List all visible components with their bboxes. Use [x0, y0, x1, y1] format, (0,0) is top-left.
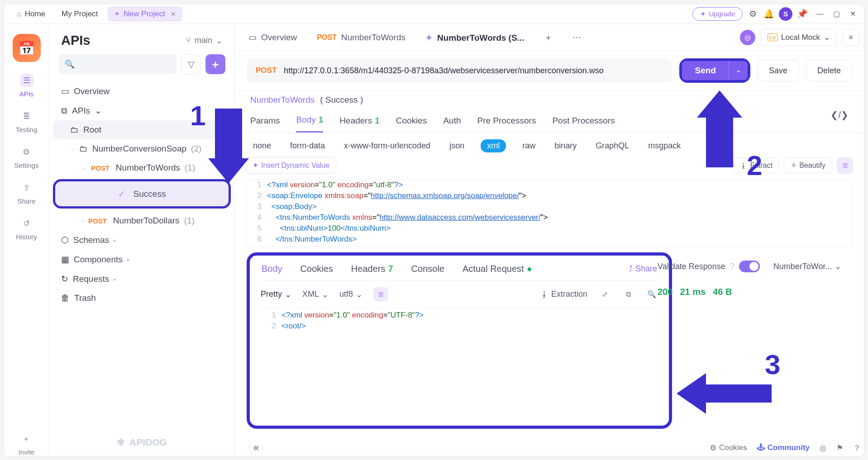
resp-expand[interactable]: ⤢ [598, 288, 611, 301]
tree-components[interactable]: ▦ Components ▸ [53, 250, 231, 269]
btype-urlenc[interactable]: x-www-form-urlencoded [341, 139, 433, 152]
filter-button[interactable]: ▽ [181, 54, 201, 74]
tree-folder[interactable]: ⌄ 🗀 NumberConversionSoap (2) [53, 139, 231, 158]
url-bar[interactable]: POST http://127.0.0.1:3658/m1/440325-0-8… [247, 59, 672, 82]
close-button[interactable]: ✕ [848, 9, 858, 19]
tree-schemas[interactable]: ⬡ Schemas ▸ [53, 230, 231, 250]
wrap-toggle[interactable]: ≣ [837, 157, 853, 174]
send-dropdown[interactable]: ⌄ [729, 61, 748, 80]
btype-graphql[interactable]: GraphQL [593, 139, 632, 152]
reqtab-body[interactable]: Body 1 [296, 109, 323, 133]
close-icon[interactable]: ✕ [171, 10, 176, 18]
btype-binary[interactable]: binary [552, 139, 579, 152]
tree-requests[interactable]: ↻ Requests ▸ [53, 269, 231, 289]
bottom-community[interactable]: 🕹 Community [757, 443, 810, 452]
tree-root[interactable]: 🗀 Root [53, 120, 231, 139]
btype-none[interactable]: none [250, 139, 274, 152]
tree-item-2[interactable]: › POST NumberToDollars (1) [53, 211, 231, 230]
environment-select[interactable]: Lo Local Mock ⌄ [761, 28, 837, 46]
share-icon: ⤴ [629, 264, 633, 274]
btype-raw[interactable]: raw [520, 139, 538, 152]
send-wrap: Send ⌄ [679, 58, 750, 83]
doctab-overview[interactable]: ▭ Overview [239, 26, 306, 49]
nav-share[interactable]: ⇪ Share [17, 181, 35, 205]
save-button[interactable]: Save [758, 60, 799, 81]
tree-success[interactable]: ✓ Success [53, 179, 231, 209]
target-icon[interactable]: ◎ [820, 443, 826, 453]
resptab-console[interactable]: Console [411, 264, 444, 274]
btype-xml[interactable]: xml [481, 139, 506, 152]
extract-button[interactable]: ⭳ Extract [733, 158, 779, 173]
resp-extraction[interactable]: ⭳ Extraction [540, 289, 587, 299]
response-time: 21 ms [680, 287, 706, 297]
reqtab-auth[interactable]: Auth [443, 109, 461, 133]
upgrade-button[interactable]: ✦ Upgrade [692, 7, 743, 21]
sparkle-icon: ✦ [700, 10, 706, 18]
resp-format[interactable]: XML ⌄ [302, 289, 329, 299]
collapse-left-icon[interactable]: « [253, 442, 259, 454]
avatar[interactable]: S [779, 7, 792, 21]
add-button[interactable]: ＋ [205, 54, 225, 74]
btype-json[interactable]: json [447, 139, 467, 152]
resp-search[interactable]: 🔍 [645, 288, 658, 301]
delete-button[interactable]: Delete [806, 60, 852, 81]
response-share[interactable]: ⤴ Share [629, 264, 657, 274]
question-icon[interactable]: ？ [853, 443, 861, 453]
branch-button[interactable]: ⑂ main ⌄ [186, 36, 223, 46]
send-button[interactable]: Send [682, 61, 728, 80]
tree-trash[interactable]: 🗑 Trash [53, 289, 231, 308]
doctab-2[interactable]: ✦ NumberToWords (S... [416, 25, 533, 49]
crumb-name[interactable]: NumberToWords [250, 95, 315, 105]
resp-copy[interactable]: ⧉ [622, 288, 634, 301]
response-body[interactable]: 1<?xml version="1.0" encoding="UTF-8"?> … [261, 308, 658, 332]
btype-msgpack[interactable]: msgpack [645, 139, 683, 152]
tree-overview[interactable]: ▭ Overview [53, 81, 231, 101]
bottom-cookies[interactable]: ⚙ Cookies [710, 443, 747, 453]
resptab-cookies[interactable]: Cookies [300, 264, 333, 274]
doctab-1[interactable]: POST NumberToWords [308, 26, 415, 49]
nav-settings[interactable]: ⚙ Settings [14, 145, 38, 169]
resp-wrap[interactable]: ≣ [373, 287, 388, 301]
reqtab-post[interactable]: Post Processors [552, 109, 615, 133]
maximize-button[interactable]: ▢ [831, 9, 841, 19]
request-body-editor[interactable]: 1<?xml version="1.0" encoding="utf-8"?> … [246, 179, 853, 247]
tab-home[interactable]: ⌂ Home [10, 6, 52, 22]
beautify-button[interactable]: ✧ Beautify [784, 157, 832, 173]
resptab-actual[interactable]: Actual Request ● [463, 264, 532, 274]
btype-form[interactable]: form-data [287, 139, 328, 152]
tree-item-2-count: (1) [184, 216, 195, 226]
minimize-button[interactable]: — [815, 9, 825, 19]
doctab-add[interactable]: ＋ [535, 25, 562, 50]
resptab-headers[interactable]: Headers 7 [351, 264, 393, 274]
tree-item-1[interactable]: ⌄ POST NumberToWords (1) [53, 158, 231, 177]
nav-invite[interactable]: ＋ Invite [19, 432, 35, 456]
reqtab-pre[interactable]: Pre Processors [477, 109, 536, 133]
sidebar-title: APIs [61, 33, 90, 48]
bell-icon[interactable]: 🔔 [763, 8, 775, 20]
doctab-more[interactable]: ⋯ [563, 26, 590, 49]
validate-toggle[interactable] [739, 261, 760, 272]
search-input[interactable]: 🔍 [58, 54, 176, 74]
resp-pretty[interactable]: Pretty ⌄ [261, 289, 291, 299]
resptab-body[interactable]: Body [262, 264, 282, 274]
nav-apis[interactable]: ☰ APIs [19, 74, 34, 98]
insert-dynamic-button[interactable]: ✦ Insert Dynamic Value [246, 157, 336, 174]
resp-charset[interactable]: utf8 ⌄ [339, 289, 362, 299]
reqtab-cookies[interactable]: Cookies [396, 109, 427, 133]
panel-menu[interactable]: ≡ [842, 29, 859, 46]
chevron-right-icon: ▸ [114, 276, 116, 282]
nav-testing[interactable]: ≣ Testing [16, 109, 38, 133]
reqtab-params[interactable]: Params [250, 109, 280, 133]
nav-history[interactable]: ↺ History [16, 217, 37, 241]
env-indicator[interactable]: ◎ [740, 30, 755, 45]
settings-gear-icon[interactable]: ⚙ [746, 8, 759, 20]
flag-icon[interactable]: ⚑ [836, 443, 843, 453]
help-icon[interactable]: ? [730, 262, 734, 271]
pin-icon[interactable]: 📌 [796, 8, 809, 20]
reqtab-headers[interactable]: Headers 1 [339, 109, 379, 133]
schema-select[interactable]: NumberToWor... ⌄ [773, 261, 841, 271]
tab-new-project[interactable]: ✦ New Project ✕ [108, 6, 182, 22]
tab-my-project[interactable]: My Project [55, 6, 104, 22]
tree-apis[interactable]: ⧉ APIs ⌄ [53, 101, 231, 120]
code-view-icon[interactable]: ❮/❯ [830, 109, 849, 133]
